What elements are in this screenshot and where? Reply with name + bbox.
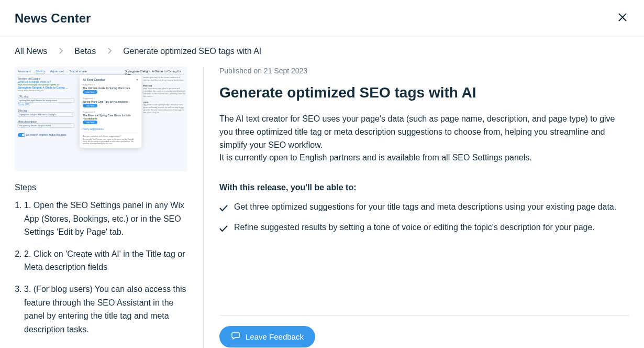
thumb-url-value: /picking-the-right-flowers-for-every-eve… [18, 98, 74, 103]
article-paragraph: It is currently open to English partners… [219, 151, 629, 165]
step-item: 3. (For blog users) You can also access … [24, 282, 187, 336]
thumb-seo-panel: Preview on Google What will I change sho… [18, 77, 74, 137]
chevron-right-icon [107, 47, 112, 56]
chat-icon [231, 331, 240, 342]
breadcrumb: All News Betas Generate optimized SEO ta… [0, 37, 644, 67]
thumb-bg-text: winter give way to the warm embrace of s… [143, 76, 186, 114]
list-item: Refine suggested results by setting a to… [219, 221, 629, 236]
thumb-meta-value: many many flowers for your event [18, 123, 74, 128]
breadcrumb-betas[interactable]: Betas [74, 47, 96, 56]
thumb-index-label: Let search engines index this page [26, 133, 66, 136]
steps-list: 1. Open the SEO Settings panel in any Wi… [15, 199, 187, 336]
check-icon [219, 223, 228, 236]
breadcrumb-current: Generate optimized SEO tags with AI [123, 47, 261, 56]
left-column: Assistant Basics Advanced Social share S… [15, 67, 187, 348]
content: Assistant Basics Advanced Social share S… [0, 67, 644, 348]
divider [219, 315, 629, 316]
satisfied-text: Are you satisfied with these suggestions… [83, 135, 138, 137]
chevron-right-icon [59, 47, 63, 56]
breadcrumb-all-news[interactable]: All News [15, 47, 47, 56]
check-icon [219, 203, 228, 216]
feedback-label: Leave Feedback [246, 332, 304, 341]
page-title: News Center [15, 11, 91, 26]
thumb-tab: Basics [36, 70, 45, 73]
list-item-text: Get three optimized suggestions for your… [234, 201, 616, 214]
thumb-titletag-value: Springtime Delight: A Guide to Caring fo [18, 112, 74, 117]
thumb-goto: Go to URL [18, 103, 74, 106]
use-text-btn: Use Text [83, 104, 97, 107]
steps-heading: Steps [15, 183, 187, 192]
sug-label: Suggestion 1 [83, 83, 138, 86]
popup-title: AI Text Creator [83, 78, 105, 81]
disclaimer-text: By using AI Text Creator, you agree to t… [83, 138, 138, 145]
close-button[interactable] [616, 9, 629, 27]
thumb-tab: Social share [70, 70, 87, 73]
ai-popup: AI Text Creator × Suggestion 1 The Ultim… [80, 75, 141, 148]
step-item: 2. Click on 'Create with AI' in the Titl… [24, 247, 187, 274]
step-item: 1. Open the SEO Settings panel in any Wi… [24, 199, 187, 239]
publish-date: Published on 21 Sept 2023 [219, 67, 629, 75]
feature-thumbnail: Assistant Basics Advanced Social share S… [15, 67, 187, 171]
sug-text: The Ultimate Guide To Spring Plant Care [83, 86, 138, 90]
retry-link: Retry suggestions [83, 127, 138, 130]
sug-text: The Essential Spring Care Guide for Your… [83, 114, 138, 120]
list-item-text: Refine suggested results by setting a to… [234, 221, 595, 234]
header: News Center [0, 0, 644, 37]
list-item: Get three optimized suggestions for your… [219, 201, 629, 216]
right-column: Published on 21 Sept 2023 Generate optim… [203, 67, 629, 348]
toggle-icon [18, 133, 25, 137]
sug-text: Spring Plant Care Tips for Houseplants [83, 100, 138, 103]
close-icon: × [136, 78, 138, 81]
sug-label: Suggestion 3 [83, 111, 138, 113]
close-icon [618, 13, 627, 22]
article-paragraph: The AI text creator for SEO uses your pa… [219, 113, 629, 151]
leave-feedback-button[interactable]: Leave Feedback [219, 326, 315, 347]
feature-list: Get three optimized suggestions for your… [219, 201, 629, 236]
article-title: Generate optimized SEO tags with AI [219, 84, 629, 101]
use-text-btn: Use Text [83, 90, 97, 94]
article-subhead: With this release, you'll be able to: [219, 181, 629, 194]
thumb-tab: Assistant [18, 70, 30, 73]
article-body: The AI text creator for SEO uses your pa… [219, 113, 629, 242]
sug-label: Suggestion 2 [83, 97, 138, 100]
use-text-btn: Use Text [83, 121, 97, 124]
thumb-tab: Advanced [50, 70, 64, 73]
